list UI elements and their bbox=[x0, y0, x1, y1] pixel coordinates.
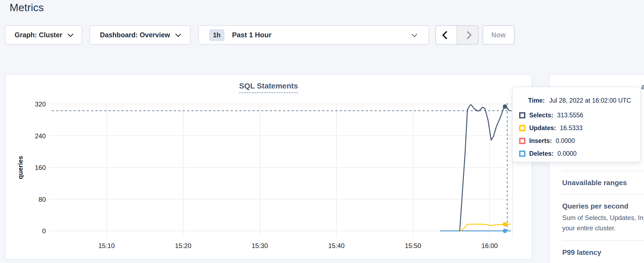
sql-statements-plot[interactable]: 08016024032015:1015:2015:3015:4015:5016:… bbox=[5, 75, 533, 260]
y-tick-label: 160 bbox=[35, 164, 46, 171]
time-range-label: Past 1 Hour bbox=[232, 31, 272, 39]
chevron-down-icon bbox=[175, 31, 181, 37]
tooltip-row-label: Updates: bbox=[529, 124, 556, 132]
now-button[interactable]: Now bbox=[483, 25, 514, 45]
y-axis-label: queries bbox=[17, 156, 24, 179]
x-tick-label: 15:30 bbox=[252, 242, 268, 249]
dashboard-dropdown-label: Dashboard: Overview bbox=[100, 31, 170, 39]
x-tick-label: 16:00 bbox=[482, 242, 498, 249]
tooltip-row-value: 313.5556 bbox=[557, 112, 583, 119]
graph-dropdown-label: Graph: Cluster bbox=[14, 31, 62, 39]
x-tick-label: 15:50 bbox=[405, 242, 421, 249]
y-tick-label: 80 bbox=[38, 196, 46, 203]
sidebar-section-title: P99 latency bbox=[562, 248, 644, 257]
step-forward-button[interactable] bbox=[457, 26, 478, 44]
metrics-page: Metrics Graph: Cluster Dashboard: Overvi… bbox=[0, 0, 644, 263]
tooltip-row: Selects:313.5556 bbox=[519, 109, 635, 122]
tooltip-row: Deletes:0.0000 bbox=[519, 147, 635, 160]
series-swatch-icon bbox=[519, 151, 525, 157]
tooltip-row-label: Deletes: bbox=[529, 150, 553, 157]
series-line-selects bbox=[460, 105, 510, 231]
tooltip-row-label: Inserts: bbox=[529, 137, 552, 145]
series-swatch-icon bbox=[519, 125, 525, 131]
sidebar-section: Queries per secondSum of Selects, Update… bbox=[562, 194, 644, 240]
series-swatch-icon bbox=[519, 138, 525, 144]
sidebar-section: Unavailable ranges bbox=[562, 171, 644, 194]
tooltip-row: Inserts:0.0000 bbox=[519, 134, 635, 147]
hover-point-deletes bbox=[503, 229, 507, 233]
chevron-down-icon bbox=[67, 31, 73, 37]
series-swatch-icon bbox=[519, 112, 525, 118]
tooltip-row: Updates:16.5333 bbox=[519, 122, 635, 134]
tooltip-row-value: 16.5333 bbox=[560, 124, 582, 132]
page-title: Metrics bbox=[10, 2, 44, 14]
step-back-button[interactable] bbox=[436, 26, 457, 44]
clipped-sidebar-text: a bbox=[641, 83, 644, 91]
dashboard-dropdown[interactable]: Dashboard: Overview bbox=[89, 25, 191, 45]
now-button-label: Now bbox=[491, 31, 506, 39]
series-line-updates bbox=[460, 224, 510, 231]
tooltip-time-row: Time:Jul 28, 2022 at 16:02:00 UTC bbox=[528, 97, 631, 104]
tooltip-row-label: Selects: bbox=[529, 112, 553, 119]
hover-point-updates bbox=[503, 222, 507, 227]
sidebar-section-description: Sum of Selects, Updates, Inseryour entir… bbox=[562, 213, 644, 233]
chevron-right-icon bbox=[463, 31, 472, 39]
hover-point-selects bbox=[503, 104, 507, 109]
tooltip-row-value: 0.0000 bbox=[556, 137, 575, 145]
tooltip-time-label: Time: bbox=[528, 97, 545, 104]
sidebar-section-title: Queries per second bbox=[562, 202, 644, 210]
chart-hover-tooltip: Time:Jul 28, 2022 at 16:02:00 UTC Select… bbox=[512, 87, 641, 162]
tooltip-row-value: 0.0000 bbox=[557, 150, 576, 157]
sidebar-section: P99 latency bbox=[562, 240, 644, 263]
sidebar-section-title: Unavailable ranges bbox=[562, 179, 644, 187]
y-tick-label: 0 bbox=[42, 227, 46, 235]
sidebar-sections: Unavailable rangesQueries per secondSum … bbox=[562, 171, 644, 263]
time-range-badge: 1h bbox=[209, 29, 224, 41]
sql-statements-chart-card: SQL Statements 08016024032015:1015:2015:… bbox=[5, 74, 532, 259]
tooltip-time-value: Jul 28, 2022 at 16:02:00 UTC bbox=[549, 97, 631, 104]
y-tick-label: 320 bbox=[35, 100, 46, 108]
x-tick-label: 15:40 bbox=[328, 242, 345, 249]
x-tick-label: 15:20 bbox=[175, 242, 191, 249]
graph-dropdown[interactable]: Graph: Cluster bbox=[5, 25, 82, 45]
chevron-left-icon bbox=[442, 31, 450, 39]
time-step-control bbox=[435, 25, 479, 45]
tooltip-series-rows: Selects:313.5556Updates:16.5333Inserts:0… bbox=[519, 109, 635, 160]
y-tick-label: 240 bbox=[35, 132, 46, 140]
time-range-selector[interactable]: 1h Past 1 Hour bbox=[198, 25, 429, 45]
chevron-down-icon bbox=[412, 32, 417, 37]
x-tick-label: 15:10 bbox=[98, 242, 115, 249]
